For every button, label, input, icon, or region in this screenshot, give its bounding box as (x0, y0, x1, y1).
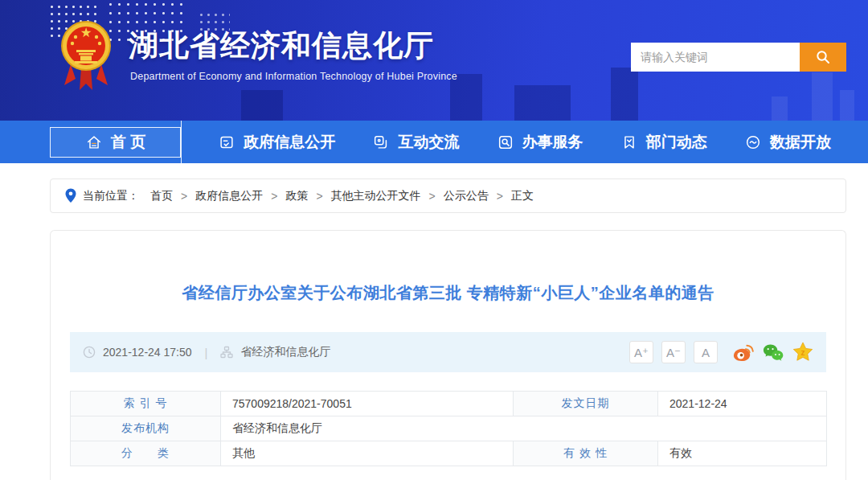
nav-item-services[interactable]: 办事服务 (497, 132, 583, 153)
index-number-value: 757009218/2021-70051 (221, 392, 514, 416)
font-increase-button[interactable]: A⁺ (629, 341, 653, 363)
breadcrumb-separator: > (316, 190, 322, 203)
font-reset-button[interactable]: A (694, 341, 718, 363)
breadcrumb-separator: > (429, 190, 436, 203)
breadcrumb-label: 当前位置： (83, 189, 139, 203)
info-doc-icon (218, 133, 235, 151)
main-nav: 首 页 政府信息公开 互动交流 (0, 121, 868, 163)
data-wave-icon (744, 133, 762, 151)
issue-date-label: 发文日期 (514, 392, 658, 416)
bulletin-icon (620, 133, 638, 151)
breadcrumb-home[interactable]: 首页 (150, 189, 173, 203)
table-row: 分 类 其他 有 效 性 有效 (71, 441, 827, 466)
site-search (631, 43, 846, 72)
nav-item-department-news[interactable]: 部门动态 (620, 132, 707, 153)
breadcrumb-separator: > (497, 190, 503, 203)
nav-item-gov-info[interactable]: 政府信息公开 (218, 132, 335, 153)
site-header: 湖北省经济和信息化厅 Department of Economy and Inf… (0, 0, 868, 121)
home-icon (85, 133, 103, 151)
publishing-org-label: 发布机构 (71, 416, 221, 441)
svg-text:z: z (800, 348, 805, 357)
breadcrumb-notices[interactable]: 公示公告 (444, 189, 489, 203)
skyline-silhouette (840, 90, 854, 121)
publishing-org-value: 省经济和信息化厅 (221, 416, 827, 441)
search-icon (815, 49, 831, 65)
clock-icon (83, 346, 96, 359)
site-subtitle: Department of Economy and Information Te… (130, 71, 457, 82)
font-decrease-button[interactable]: A⁻ (661, 341, 686, 363)
qzone-icon[interactable]: z (792, 342, 813, 363)
nav-label: 部门动态 (646, 132, 707, 153)
nav-item-home[interactable]: 首 页 (50, 127, 181, 158)
article-title: 省经信厅办公室关于公布湖北省第三批 专精特新“小巨人”企业名单的通告 (51, 282, 845, 304)
publish-source: 省经济和信息化厅 (240, 345, 330, 359)
weibo-icon[interactable] (732, 342, 754, 363)
table-row: 发布机构 省经济和信息化厅 (71, 416, 827, 441)
publish-datetime: 2021-12-24 17:50 (103, 346, 192, 359)
article-panel: 省经信厅办公室关于公布湖北省第三批 专精特新“小巨人”企业名单的通告 2021-… (50, 230, 846, 480)
organization-icon (220, 346, 233, 359)
breadcrumb-policy[interactable]: 政策 (285, 189, 308, 203)
nav-label: 办事服务 (522, 132, 583, 153)
nav-label: 政府信息公开 (244, 132, 335, 153)
breadcrumb-current: 正文 (511, 189, 534, 203)
breadcrumb-separator: > (271, 190, 277, 203)
nav-label: 互动交流 (398, 132, 459, 153)
skyline-silhouette (812, 72, 833, 121)
nav-divider (181, 121, 182, 163)
interact-icon (372, 133, 390, 151)
category-value: 其他 (221, 441, 514, 466)
table-row: 索 引 号 757009218/2021-70051 发文日期 2021-12-… (71, 392, 827, 416)
breadcrumb-separator: > (181, 190, 187, 203)
site-title: 湖北省经济和信息化厅 (129, 26, 434, 66)
search-button[interactable] (800, 43, 846, 72)
nav-label: 数据开放 (770, 132, 831, 153)
category-label: 分 类 (71, 441, 221, 466)
nav-item-open-data[interactable]: 数据开放 (744, 132, 831, 153)
breadcrumb: 当前位置： 首页 > 政府信息公开 > 政策 > 其他主动公开文件 > 公示公告… (50, 178, 846, 213)
nav-label: 首 页 (111, 132, 145, 153)
skyline-silhouette (772, 96, 788, 121)
breadcrumb-other-docs[interactable]: 其他主动公开文件 (331, 189, 421, 203)
skyline-silhouette (241, 90, 283, 121)
validity-value: 有效 (658, 441, 827, 466)
search-input[interactable] (631, 43, 800, 72)
validity-label: 有 效 性 (514, 441, 658, 466)
skyline-silhouette (514, 85, 571, 121)
wechat-icon[interactable] (762, 342, 784, 363)
document-info-table: 索 引 号 757009218/2021-70051 发文日期 2021-12-… (70, 391, 827, 466)
service-search-icon (497, 133, 514, 151)
nav-item-interaction[interactable]: 互动交流 (372, 132, 459, 153)
skyline-silhouette (611, 68, 638, 121)
issue-date-value: 2021-12-24 (658, 392, 827, 416)
national-emblem-logo (59, 19, 113, 98)
breadcrumb-gov-info[interactable]: 政府信息公开 (195, 189, 263, 203)
index-number-label: 索 引 号 (71, 392, 221, 416)
meta-divider: | (205, 346, 208, 359)
location-pin-icon (65, 188, 76, 203)
article-meta-bar: 2021-12-24 17:50 | 省经济和信息化厅 A⁺ A⁻ A (70, 332, 826, 372)
